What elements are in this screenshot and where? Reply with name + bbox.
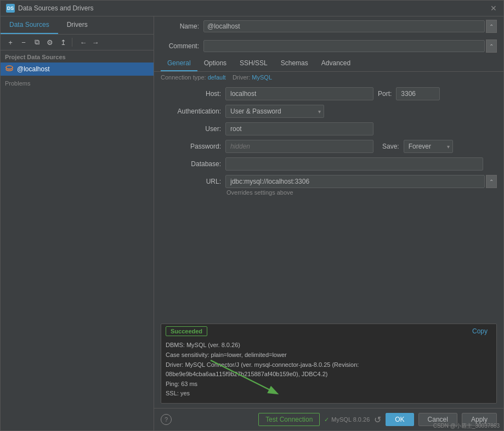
copy-button[interactable]: Copy bbox=[468, 326, 492, 336]
user-row: User: bbox=[161, 122, 497, 135]
comment-label: Comment: bbox=[161, 42, 199, 50]
help-button[interactable]: ? bbox=[161, 414, 172, 425]
settings-button[interactable]: ⚙ bbox=[44, 37, 55, 48]
nav-back-button[interactable]: ← bbox=[78, 37, 89, 48]
name-field-wrapper: ⌃ bbox=[203, 20, 497, 33]
remove-button[interactable]: − bbox=[18, 37, 29, 48]
title-bar-left: DS Data Sources and Drivers bbox=[6, 4, 93, 13]
toolbar-nav: ← → bbox=[78, 37, 101, 48]
result-line-6: SSL: yes bbox=[166, 389, 492, 399]
result-body: DBMS: MySQL (ver. 8.0.26) Case sensitivi… bbox=[161, 338, 496, 403]
tab-general[interactable]: General bbox=[161, 56, 197, 71]
close-button[interactable]: ✕ bbox=[489, 4, 498, 13]
name-row: Name: ⌃ bbox=[154, 16, 503, 36]
comment-expand-button[interactable]: ⌃ bbox=[486, 39, 497, 53]
auth-row: Authentication: User & Password No auth … bbox=[161, 105, 497, 118]
problems-section: Problems bbox=[1, 76, 154, 430]
data-source-item-localhost[interactable]: @localhost bbox=[1, 63, 154, 76]
password-row: Password: Save: Forever Until restart Ne… bbox=[161, 140, 497, 153]
auth-select[interactable]: User & Password No auth SSH SSL bbox=[225, 105, 324, 118]
main-content: Data Sources Drivers + − ⧉ ⚙ ↥ ← → Proje… bbox=[1, 16, 503, 430]
data-source-icon bbox=[5, 65, 14, 73]
reset-button[interactable]: ↺ bbox=[374, 415, 381, 425]
host-port-row: Host: Port: bbox=[161, 87, 497, 100]
conn-info-bar: Connection type: default Driver: MySQL bbox=[154, 72, 503, 83]
tab-options[interactable]: Options bbox=[197, 56, 233, 71]
database-input[interactable] bbox=[225, 157, 483, 171]
tab-data-sources[interactable]: Data Sources bbox=[1, 16, 58, 34]
user-label: User: bbox=[161, 125, 221, 133]
result-panel: Succeeded Copy DBMS: MySQL (ver. 8.0.26)… bbox=[161, 324, 497, 404]
data-source-label: @localhost bbox=[17, 65, 50, 73]
right-panel: Name: ⌃ Comment: ⌃ General Options SSH/S… bbox=[154, 16, 503, 430]
url-row: URL: ⌃ bbox=[161, 175, 497, 188]
database-row: Database: bbox=[161, 157, 497, 171]
url-input-wrapper: ⌃ bbox=[225, 175, 497, 188]
section-label: Project Data Sources bbox=[1, 50, 154, 63]
url-label: URL: bbox=[161, 178, 221, 185]
conn-type-link[interactable]: default bbox=[208, 74, 226, 81]
test-connection-button[interactable]: Test Connection bbox=[258, 413, 320, 426]
comment-field-wrapper: ⌃ bbox=[203, 39, 497, 53]
action-bar-left: ? bbox=[161, 414, 172, 425]
toolbar-separator bbox=[72, 38, 72, 47]
comment-row: Comment: ⌃ bbox=[154, 36, 503, 56]
url-input[interactable] bbox=[225, 175, 485, 188]
save-select[interactable]: Forever Until restart Never bbox=[404, 140, 453, 153]
password-input[interactable] bbox=[225, 140, 373, 153]
tab-ssh-ssl[interactable]: SSH/SSL bbox=[233, 56, 274, 71]
nav-forward-button[interactable]: → bbox=[90, 37, 101, 48]
port-input[interactable] bbox=[396, 87, 440, 100]
problems-label: Problems bbox=[5, 80, 30, 87]
title-bar: DS Data Sources and Drivers ✕ bbox=[1, 1, 503, 16]
title-icon: DS bbox=[6, 4, 15, 13]
save-label: Save: bbox=[382, 143, 399, 150]
save-select-wrapper: Forever Until restart Never bbox=[404, 140, 453, 153]
result-line-3: Driver: MySQL Connector/J (ver. mysql-co… bbox=[166, 360, 492, 370]
form-area: Host: Port: Authentication: User & Passw… bbox=[154, 83, 503, 319]
tab-schemas[interactable]: Schemas bbox=[274, 56, 315, 71]
sidebar: Data Sources Drivers + − ⧉ ⚙ ↥ ← → Proje… bbox=[1, 16, 154, 430]
sidebar-tabs: Data Sources Drivers bbox=[1, 16, 154, 35]
mysql-version-badge: ✓ MySQL 8.0.26 bbox=[324, 416, 370, 423]
port-label: Port: bbox=[378, 90, 392, 98]
host-label: Host: bbox=[161, 90, 221, 98]
comment-input[interactable] bbox=[203, 40, 485, 52]
watermark: CSDN @小霸主_30037863 bbox=[433, 422, 500, 430]
import-button[interactable]: ↥ bbox=[58, 37, 69, 48]
name-input[interactable] bbox=[203, 20, 485, 32]
name-label: Name: bbox=[161, 22, 199, 30]
password-label: Password: bbox=[161, 143, 221, 150]
auth-label: Authentication: bbox=[161, 107, 221, 115]
mysql-version-label: MySQL 8.0.26 bbox=[331, 416, 370, 423]
config-tabs: General Options SSH/SSL Schemas Advanced bbox=[154, 56, 503, 72]
driver-link[interactable]: MySQL bbox=[252, 74, 272, 81]
check-icon: ✓ bbox=[324, 416, 329, 423]
result-line-5: Ping: 63 ms bbox=[166, 379, 492, 389]
ok-button[interactable]: OK bbox=[386, 413, 414, 426]
tab-drivers[interactable]: Drivers bbox=[58, 16, 97, 34]
result-line-1: DBMS: MySQL (ver. 8.0.26) bbox=[166, 341, 492, 350]
result-line-4: 08be9e9b4cba6aa115f9b27b215887af40b159e0… bbox=[166, 370, 492, 379]
name-expand-button[interactable]: ⌃ bbox=[486, 20, 497, 33]
result-header: Succeeded Copy bbox=[161, 324, 496, 338]
dialog-title: Data Sources and Drivers bbox=[18, 4, 93, 12]
user-input[interactable] bbox=[225, 122, 373, 135]
url-hint: Overrides settings above bbox=[226, 189, 497, 196]
sidebar-toolbar: + − ⧉ ⚙ ↥ ← → bbox=[1, 35, 154, 50]
add-button[interactable]: + bbox=[5, 37, 16, 48]
dialog: DS Data Sources and Drivers ✕ Data Sourc… bbox=[0, 0, 504, 431]
auth-select-wrapper: User & Password No auth SSH SSL bbox=[225, 105, 324, 118]
succeeded-badge: Succeeded bbox=[166, 326, 207, 336]
copy-button[interactable]: ⧉ bbox=[31, 37, 42, 48]
url-expand-button[interactable]: ⌃ bbox=[486, 175, 497, 188]
host-input[interactable] bbox=[225, 87, 373, 100]
tab-advanced[interactable]: Advanced bbox=[315, 56, 357, 71]
result-line-2: Case sensitivity: plain=lower, delimited… bbox=[166, 350, 492, 360]
database-label: Database: bbox=[161, 160, 221, 168]
